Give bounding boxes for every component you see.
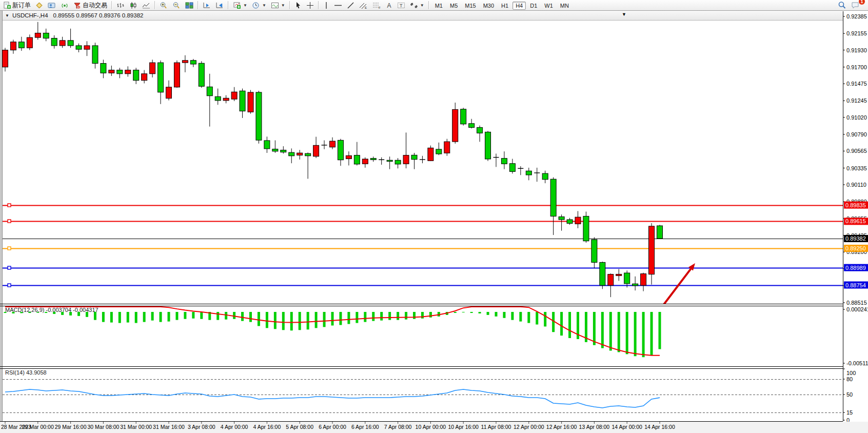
candle-body[interactable] (387, 160, 392, 161)
candle-body[interactable] (109, 70, 114, 73)
price-flag-label: 0.89615 (845, 218, 866, 224)
candle-body[interactable] (608, 274, 614, 286)
candle-body[interactable] (142, 74, 147, 81)
candle-body[interactable] (575, 217, 581, 224)
candle-body[interactable] (133, 70, 139, 81)
time-tick-label: 14 Apr 00:00 (611, 424, 642, 430)
candle-body[interactable] (567, 220, 573, 223)
candle-body[interactable] (428, 148, 433, 161)
candle-body[interactable] (150, 63, 155, 74)
candle-body[interactable] (35, 33, 41, 37)
candle-body[interactable] (256, 92, 262, 140)
candle-body[interactable] (158, 63, 164, 92)
candle-body[interactable] (231, 92, 237, 99)
candle-body[interactable] (452, 109, 458, 142)
candle-body[interactable] (509, 164, 515, 172)
candle-body[interactable] (43, 33, 49, 38)
candle-body[interactable] (101, 64, 106, 73)
candle-body[interactable] (657, 226, 663, 239)
candle-body[interactable] (240, 91, 245, 111)
candle-body[interactable] (10, 42, 16, 50)
time-tick-label: 29 Mar 00:00 (22, 424, 54, 430)
hline-handle[interactable] (8, 204, 11, 207)
candle-body[interactable] (166, 87, 172, 99)
candle-body[interactable] (477, 127, 483, 133)
candle-body[interactable] (248, 92, 253, 112)
candle-body[interactable] (305, 153, 311, 156)
candle-body[interactable] (591, 240, 597, 262)
candle-body[interactable] (272, 149, 278, 151)
candle-body[interactable] (395, 160, 401, 164)
mt4-window: 新订单 自动交易 (0, 0, 868, 433)
candle-body[interactable] (207, 87, 212, 95)
candle-body[interactable] (117, 70, 123, 74)
candle-body[interactable] (182, 61, 188, 63)
main-pane[interactable] (3, 22, 843, 306)
candle-body[interactable] (526, 171, 531, 175)
candle-body[interactable] (444, 142, 450, 153)
price-tick-label: 0.90790 (846, 131, 867, 137)
candle-body[interactable] (469, 124, 475, 128)
candle-body[interactable] (370, 159, 376, 160)
candle-body[interactable] (559, 216, 564, 220)
candle-body[interactable] (501, 159, 507, 164)
hline-handle[interactable] (8, 266, 11, 269)
candle-body[interactable] (297, 153, 303, 155)
candle-body[interactable] (92, 46, 98, 64)
price-tick-label: 0.91245 (846, 97, 867, 104)
candle-body[interactable] (125, 70, 131, 74)
candle-body[interactable] (436, 149, 442, 154)
candle-body[interactable] (338, 140, 343, 160)
candle-body[interactable] (330, 141, 336, 147)
candle-body[interactable] (403, 155, 409, 164)
candle-body[interactable] (289, 152, 294, 156)
rsi-pane[interactable] (3, 380, 843, 413)
candle-body[interactable] (223, 98, 229, 101)
macd-pane[interactable] (5, 307, 660, 357)
candle-body[interactable] (190, 61, 196, 64)
chart-canvas[interactable]: 0.923850.921550.919300.917000.914750.912… (0, 0, 868, 433)
candle-body[interactable] (313, 145, 319, 156)
candle-body[interactable] (633, 284, 638, 286)
candle-body[interactable] (649, 226, 655, 274)
candle-body[interactable] (461, 109, 466, 124)
candle-body[interactable] (84, 46, 90, 49)
time-axis[interactable]: 28 Mar 202329 Mar 00:0029 Mar 16:0030 Ma… (0, 422, 868, 433)
candle-body[interactable] (174, 63, 180, 87)
candle-body[interactable] (411, 155, 417, 159)
price-tick-label: 0.90565 (846, 148, 867, 154)
candle-body[interactable] (3, 50, 8, 67)
candle-body[interactable] (362, 159, 368, 164)
candle-body[interactable] (583, 216, 589, 241)
trend-arrow[interactable] (663, 269, 691, 306)
time-tick-label: 29 Mar 16:00 (55, 424, 87, 430)
hline-handle[interactable] (8, 220, 11, 223)
candle-body[interactable] (76, 46, 82, 49)
candle-body[interactable] (215, 96, 221, 101)
price-tick-label: 0.91700 (846, 64, 867, 70)
candle-body[interactable] (550, 179, 556, 216)
candle-body[interactable] (264, 141, 270, 149)
hline-handle[interactable] (8, 247, 11, 250)
candle-body[interactable] (281, 150, 286, 152)
candle-body[interactable] (18, 42, 24, 48)
time-tick-label: 5 Apr 08:00 (286, 424, 313, 430)
price-axis[interactable]: 0.923850.921550.919300.917000.914750.912… (843, 13, 868, 423)
candle-body[interactable] (641, 274, 646, 286)
candle-body[interactable] (542, 173, 548, 180)
candle-body[interactable] (600, 262, 605, 285)
candle-body[interactable] (199, 63, 204, 86)
candle-body[interactable] (51, 38, 57, 46)
price-tick-label: 0.90110 (846, 182, 866, 188)
candle-body[interactable] (616, 274, 622, 275)
time-tick-label: 30 Mar 08:00 (87, 424, 119, 430)
candle-body[interactable] (346, 155, 351, 159)
candle-body[interactable] (624, 273, 630, 284)
candle-body[interactable] (27, 37, 32, 48)
hline-handle[interactable] (8, 284, 11, 287)
candle-body[interactable] (60, 41, 65, 46)
rsi-line (5, 389, 660, 408)
candle-body[interactable] (485, 132, 491, 159)
candle-body[interactable] (68, 41, 73, 46)
candle-body[interactable] (354, 155, 360, 164)
